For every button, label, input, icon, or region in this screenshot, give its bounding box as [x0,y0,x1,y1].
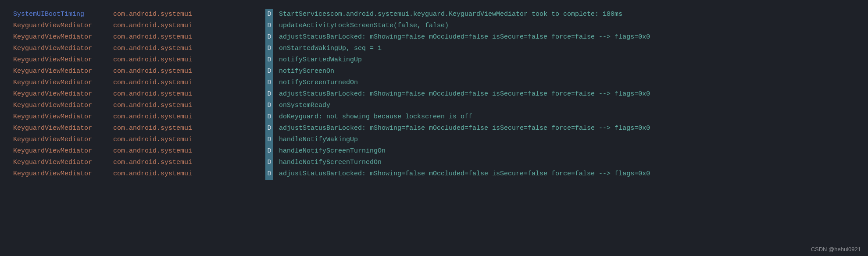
log-level-badge: D [265,168,273,180]
log-tag: KeyguardViewMediator [0,66,113,77]
log-level: D [265,134,274,146]
log-message: onSystemReady [274,100,868,111]
log-level-badge: D [265,77,273,89]
log-row[interactable]: KeyguardViewMediatorcom.android.systemui… [0,32,868,43]
log-tag: KeyguardViewMediator [0,168,113,180]
log-level: D [265,9,274,20]
log-message: adjustStatusBarLocked: mShowing=false mO… [274,32,868,43]
log-row[interactable]: KeyguardViewMediatorcom.android.systemui… [0,54,868,66]
log-level: D [265,100,274,111]
log-tag: KeyguardViewMediator [0,77,113,89]
log-package: com.android.systemui [113,168,265,180]
log-row[interactable]: KeyguardViewMediatorcom.android.systemui… [0,100,868,111]
log-level: D [265,111,274,123]
log-level-badge: D [265,54,273,66]
log-message: StartServicescom.android.systemui.keygua… [274,9,868,20]
log-package: com.android.systemui [113,77,265,89]
log-package: com.android.systemui [113,32,265,43]
log-level: D [265,66,274,77]
log-tag: KeyguardViewMediator [0,89,113,100]
log-message: notifyScreenOn [274,66,868,77]
log-row[interactable]: KeyguardViewMediatorcom.android.systemui… [0,168,868,180]
log-package: com.android.systemui [113,66,265,77]
log-package: com.android.systemui [113,89,265,100]
log-level: D [265,54,274,66]
log-tag: KeyguardViewMediator [0,134,113,146]
log-tag: KeyguardViewMediator [0,123,113,134]
log-message: onStartedWakingUp, seq = 1 [274,43,868,54]
log-row[interactable]: KeyguardViewMediatorcom.android.systemui… [0,123,868,134]
log-tag: KeyguardViewMediator [0,157,113,168]
log-level: D [265,89,274,100]
log-message: handleNotifyScreenTurnedOn [274,157,868,168]
log-row[interactable]: KeyguardViewMediatorcom.android.systemui… [0,66,868,77]
log-message: notifyStartedWakingUp [274,54,868,66]
log-level-badge: D [265,111,273,123]
log-level-badge: D [265,66,273,77]
log-message: adjustStatusBarLocked: mShowing=false mO… [274,123,868,134]
log-level-badge: D [265,100,273,111]
log-tag: KeyguardViewMediator [0,54,113,66]
log-level-badge: D [265,123,273,134]
log-level-badge: D [265,146,273,157]
log-package: com.android.systemui [113,54,265,66]
log-level: D [265,32,274,43]
log-message: updateActivityLockScreenState(false, fal… [274,20,868,32]
log-package: com.android.systemui [113,100,265,111]
log-tag: KeyguardViewMediator [0,43,113,54]
log-tbody: SystemUIBootTimingcom.android.systemuiDS… [0,9,868,180]
log-tag: KeyguardViewMediator [0,100,113,111]
log-message: handleNotifyScreenTurningOn [274,146,868,157]
log-row[interactable]: KeyguardViewMediatorcom.android.systemui… [0,134,868,146]
log-package: com.android.systemui [113,134,265,146]
log-level: D [265,43,274,54]
log-message: doKeyguard: not showing because lockscre… [274,111,868,123]
log-package: com.android.systemui [113,123,265,134]
log-tag: KeyguardViewMediator [0,146,113,157]
log-tag: KeyguardViewMediator [0,20,113,32]
log-row[interactable]: SystemUIBootTimingcom.android.systemuiDS… [0,9,868,20]
log-level-badge: D [265,9,273,20]
log-row[interactable]: KeyguardViewMediatorcom.android.systemui… [0,43,868,54]
log-tag: SystemUIBootTiming [0,9,113,20]
log-tag: KeyguardViewMediator [0,32,113,43]
log-table: SystemUIBootTimingcom.android.systemuiDS… [0,9,868,180]
log-row[interactable]: KeyguardViewMediatorcom.android.systemui… [0,146,868,157]
log-message: adjustStatusBarLocked: mShowing=false mO… [274,168,868,180]
log-level-badge: D [265,89,273,100]
log-level-badge: D [265,157,273,168]
log-level: D [265,77,274,89]
log-message: adjustStatusBarLocked: mShowing=false mO… [274,89,868,100]
log-package: com.android.systemui [113,111,265,123]
watermark: CSDN @hehui0921 [811,246,861,252]
log-package: com.android.systemui [113,20,265,32]
log-row[interactable]: KeyguardViewMediatorcom.android.systemui… [0,77,868,89]
log-level-badge: D [265,32,273,43]
log-package: com.android.systemui [113,9,265,20]
log-tag: KeyguardViewMediator [0,111,113,123]
log-message: notifyScreenTurnedOn [274,77,868,89]
log-level: D [265,146,274,157]
log-row[interactable]: KeyguardViewMediatorcom.android.systemui… [0,111,868,123]
log-level-badge: D [265,20,273,32]
log-row[interactable]: KeyguardViewMediatorcom.android.systemui… [0,157,868,168]
log-package: com.android.systemui [113,146,265,157]
log-level: D [265,20,274,32]
log-level-badge: D [265,134,273,146]
log-level: D [265,157,274,168]
log-package: com.android.systemui [113,43,265,54]
log-package: com.android.systemui [113,157,265,168]
log-level-badge: D [265,43,273,54]
log-message: handleNotifyWakingUp [274,134,868,146]
log-level: D [265,123,274,134]
log-row[interactable]: KeyguardViewMediatorcom.android.systemui… [0,20,868,32]
log-level: D [265,168,274,180]
log-row[interactable]: KeyguardViewMediatorcom.android.systemui… [0,89,868,100]
